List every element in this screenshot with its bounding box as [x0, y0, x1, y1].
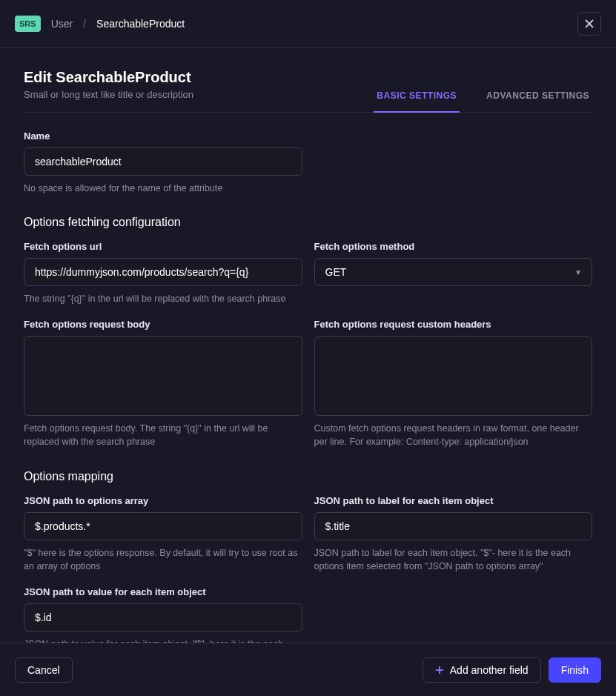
fetch-method-select[interactable]: GET — [314, 258, 593, 286]
logo-badge: SRS — [15, 16, 41, 32]
breadcrumb: SRS User / SearchableProduct — [15, 16, 185, 32]
path-value-label: JSON path to value for each item object — [24, 586, 302, 597]
fetch-headers-textarea[interactable] — [314, 336, 593, 416]
breadcrumb-separator: / — [83, 18, 86, 30]
fetch-method-label: Fetch options method — [314, 241, 593, 252]
breadcrumb-user[interactable]: User — [51, 18, 73, 30]
path-array-input[interactable] — [24, 512, 302, 540]
fetch-headers-label: Fetch options request custom headers — [314, 319, 593, 330]
section-mapping: Options mapping — [24, 470, 592, 483]
name-help: No space is allowed for the name of the … — [24, 182, 302, 195]
path-value-help: JSON path to value for each item object.… — [24, 637, 302, 643]
header-row: Edit SearchableProduct Small or long tex… — [24, 69, 592, 113]
fetch-url-label: Fetch options url — [24, 241, 302, 252]
fetch-body-help: Fetch options request body. The string "… — [24, 422, 302, 448]
path-label-label: JSON path to label for each item object — [314, 495, 593, 506]
path-label-help: JSON path to label for each item object.… — [314, 546, 593, 573]
content: Edit SearchableProduct Small or long tex… — [0, 48, 616, 643]
cancel-button[interactable]: Cancel — [15, 657, 73, 683]
add-another-field-button[interactable]: Add another field — [423, 657, 541, 683]
add-another-field-label: Add another field — [450, 664, 529, 676]
finish-button[interactable]: Finish — [549, 657, 601, 683]
breadcrumb-current: SearchableProduct — [96, 18, 185, 30]
page-title: Edit SearchableProduct — [24, 69, 193, 86]
close-button[interactable] — [577, 12, 601, 36]
path-array-help: "$" here is the options response. By def… — [24, 546, 302, 573]
page-subtitle: Small or long text like title or descrip… — [24, 89, 193, 100]
path-array-label: JSON path to options array — [24, 495, 302, 506]
tab-basic-settings[interactable]: BASIC SETTINGS — [374, 80, 460, 113]
path-value-input[interactable] — [24, 603, 302, 632]
close-icon — [584, 19, 595, 29]
top-bar: SRS User / SearchableProduct — [0, 0, 616, 48]
footer: Cancel Add another field Finish — [0, 643, 616, 696]
form: Name No space is allowed for the name of… — [24, 113, 592, 643]
name-label: Name — [24, 130, 302, 142]
tab-advanced-settings[interactable]: ADVANCED SETTINGS — [483, 80, 592, 113]
fetch-body-textarea[interactable] — [24, 336, 302, 416]
fetch-headers-help: Custom fetch options request headers in … — [314, 422, 593, 448]
fetch-url-help: The string "{q}" in the url will be repl… — [24, 292, 302, 305]
name-input[interactable] — [24, 148, 302, 176]
path-label-input[interactable] — [314, 512, 593, 540]
plus-icon — [435, 666, 444, 675]
fetch-url-input[interactable] — [24, 258, 302, 286]
section-fetching: Options fetching configuration — [24, 216, 592, 229]
fetch-body-label: Fetch options request body — [24, 319, 302, 330]
tabs: BASIC SETTINGS ADVANCED SETTINGS — [374, 80, 592, 112]
